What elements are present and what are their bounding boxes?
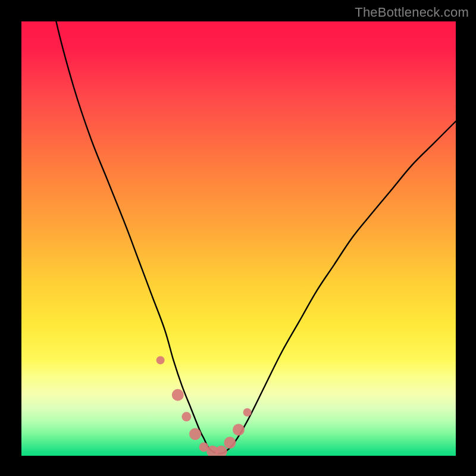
highlight-marker xyxy=(181,412,191,421)
watermark-text: TheBottleneck.com xyxy=(355,5,469,20)
highlight-marker xyxy=(172,389,184,401)
highlight-marker xyxy=(156,356,165,364)
highlight-marker xyxy=(189,428,201,440)
highlight-marker xyxy=(215,446,227,456)
bottleneck-curve-path xyxy=(21,21,456,453)
highlight-marker-group xyxy=(156,356,252,456)
bottleneck-curve-svg xyxy=(21,21,456,456)
plot-area xyxy=(21,21,456,456)
highlight-marker xyxy=(224,437,236,449)
chart-frame: TheBottleneck.com xyxy=(0,0,476,476)
highlight-marker xyxy=(243,408,252,416)
highlight-marker xyxy=(233,424,245,436)
